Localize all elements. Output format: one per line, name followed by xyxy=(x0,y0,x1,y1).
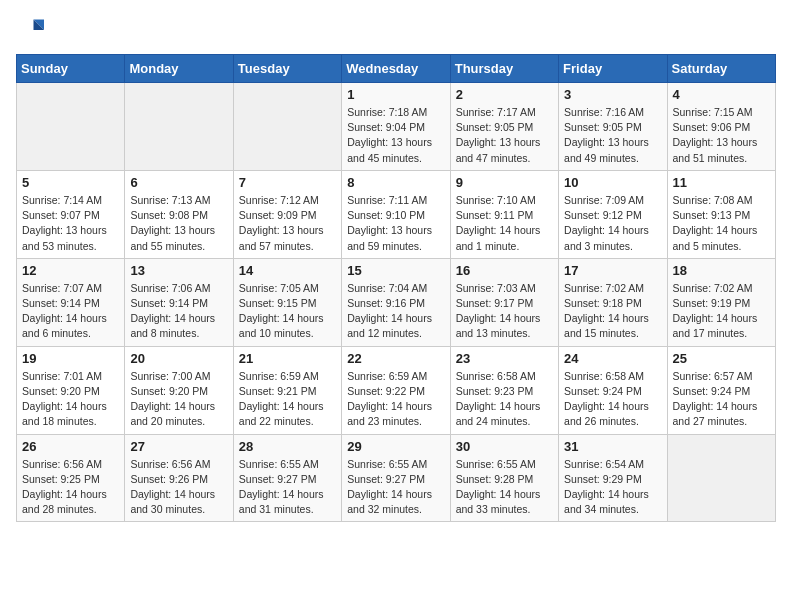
day-number: 25 xyxy=(673,351,770,366)
calendar-day-20: 20Sunrise: 7:00 AM Sunset: 9:20 PM Dayli… xyxy=(125,346,233,434)
calendar-day-14: 14Sunrise: 7:05 AM Sunset: 9:15 PM Dayli… xyxy=(233,258,341,346)
calendar-body: 1Sunrise: 7:18 AM Sunset: 9:04 PM Daylig… xyxy=(17,83,776,522)
day-header-tuesday: Tuesday xyxy=(233,55,341,83)
calendar-empty-cell xyxy=(17,83,125,171)
day-number: 17 xyxy=(564,263,661,278)
day-info: Sunrise: 6:56 AM Sunset: 9:26 PM Dayligh… xyxy=(130,457,227,518)
day-header-thursday: Thursday xyxy=(450,55,558,83)
day-number: 1 xyxy=(347,87,444,102)
day-number: 9 xyxy=(456,175,553,190)
day-info: Sunrise: 7:11 AM Sunset: 9:10 PM Dayligh… xyxy=(347,193,444,254)
day-number: 13 xyxy=(130,263,227,278)
calendar-empty-cell xyxy=(233,83,341,171)
day-header-saturday: Saturday xyxy=(667,55,775,83)
day-number: 15 xyxy=(347,263,444,278)
calendar-day-24: 24Sunrise: 6:58 AM Sunset: 9:24 PM Dayli… xyxy=(559,346,667,434)
day-number: 23 xyxy=(456,351,553,366)
calendar-day-22: 22Sunrise: 6:59 AM Sunset: 9:22 PM Dayli… xyxy=(342,346,450,434)
calendar-day-26: 26Sunrise: 6:56 AM Sunset: 9:25 PM Dayli… xyxy=(17,434,125,522)
calendar-day-8: 8Sunrise: 7:11 AM Sunset: 9:10 PM Daylig… xyxy=(342,170,450,258)
day-info: Sunrise: 7:17 AM Sunset: 9:05 PM Dayligh… xyxy=(456,105,553,166)
day-info: Sunrise: 6:58 AM Sunset: 9:23 PM Dayligh… xyxy=(456,369,553,430)
day-number: 20 xyxy=(130,351,227,366)
calendar-week-5: 26Sunrise: 6:56 AM Sunset: 9:25 PM Dayli… xyxy=(17,434,776,522)
day-info: Sunrise: 6:55 AM Sunset: 9:27 PM Dayligh… xyxy=(347,457,444,518)
calendar-empty-cell xyxy=(667,434,775,522)
calendar-day-21: 21Sunrise: 6:59 AM Sunset: 9:21 PM Dayli… xyxy=(233,346,341,434)
day-info: Sunrise: 7:18 AM Sunset: 9:04 PM Dayligh… xyxy=(347,105,444,166)
day-info: Sunrise: 6:57 AM Sunset: 9:24 PM Dayligh… xyxy=(673,369,770,430)
calendar-week-2: 5Sunrise: 7:14 AM Sunset: 9:07 PM Daylig… xyxy=(17,170,776,258)
day-number: 29 xyxy=(347,439,444,454)
day-number: 11 xyxy=(673,175,770,190)
day-number: 27 xyxy=(130,439,227,454)
day-info: Sunrise: 6:59 AM Sunset: 9:21 PM Dayligh… xyxy=(239,369,336,430)
day-header-wednesday: Wednesday xyxy=(342,55,450,83)
day-number: 16 xyxy=(456,263,553,278)
calendar-day-1: 1Sunrise: 7:18 AM Sunset: 9:04 PM Daylig… xyxy=(342,83,450,171)
page-header xyxy=(16,16,776,44)
logo xyxy=(16,16,48,44)
day-info: Sunrise: 7:14 AM Sunset: 9:07 PM Dayligh… xyxy=(22,193,119,254)
day-number: 2 xyxy=(456,87,553,102)
day-info: Sunrise: 6:58 AM Sunset: 9:24 PM Dayligh… xyxy=(564,369,661,430)
calendar-day-10: 10Sunrise: 7:09 AM Sunset: 9:12 PM Dayli… xyxy=(559,170,667,258)
calendar-week-4: 19Sunrise: 7:01 AM Sunset: 9:20 PM Dayli… xyxy=(17,346,776,434)
day-number: 14 xyxy=(239,263,336,278)
calendar-day-29: 29Sunrise: 6:55 AM Sunset: 9:27 PM Dayli… xyxy=(342,434,450,522)
calendar-day-28: 28Sunrise: 6:55 AM Sunset: 9:27 PM Dayli… xyxy=(233,434,341,522)
calendar-day-3: 3Sunrise: 7:16 AM Sunset: 9:05 PM Daylig… xyxy=(559,83,667,171)
day-number: 6 xyxy=(130,175,227,190)
calendar-day-7: 7Sunrise: 7:12 AM Sunset: 9:09 PM Daylig… xyxy=(233,170,341,258)
day-info: Sunrise: 7:10 AM Sunset: 9:11 PM Dayligh… xyxy=(456,193,553,254)
day-info: Sunrise: 7:06 AM Sunset: 9:14 PM Dayligh… xyxy=(130,281,227,342)
day-info: Sunrise: 7:02 AM Sunset: 9:19 PM Dayligh… xyxy=(673,281,770,342)
day-info: Sunrise: 6:54 AM Sunset: 9:29 PM Dayligh… xyxy=(564,457,661,518)
day-number: 19 xyxy=(22,351,119,366)
calendar-day-19: 19Sunrise: 7:01 AM Sunset: 9:20 PM Dayli… xyxy=(17,346,125,434)
calendar-day-23: 23Sunrise: 6:58 AM Sunset: 9:23 PM Dayli… xyxy=(450,346,558,434)
day-info: Sunrise: 7:00 AM Sunset: 9:20 PM Dayligh… xyxy=(130,369,227,430)
day-number: 7 xyxy=(239,175,336,190)
day-number: 24 xyxy=(564,351,661,366)
day-info: Sunrise: 7:13 AM Sunset: 9:08 PM Dayligh… xyxy=(130,193,227,254)
day-header-sunday: Sunday xyxy=(17,55,125,83)
day-info: Sunrise: 7:07 AM Sunset: 9:14 PM Dayligh… xyxy=(22,281,119,342)
calendar-day-15: 15Sunrise: 7:04 AM Sunset: 9:16 PM Dayli… xyxy=(342,258,450,346)
calendar-day-27: 27Sunrise: 6:56 AM Sunset: 9:26 PM Dayli… xyxy=(125,434,233,522)
day-number: 12 xyxy=(22,263,119,278)
calendar-header-row: SundayMondayTuesdayWednesdayThursdayFrid… xyxy=(17,55,776,83)
day-number: 10 xyxy=(564,175,661,190)
day-number: 8 xyxy=(347,175,444,190)
day-number: 26 xyxy=(22,439,119,454)
day-number: 4 xyxy=(673,87,770,102)
day-info: Sunrise: 6:55 AM Sunset: 9:28 PM Dayligh… xyxy=(456,457,553,518)
day-number: 3 xyxy=(564,87,661,102)
day-number: 31 xyxy=(564,439,661,454)
day-info: Sunrise: 7:05 AM Sunset: 9:15 PM Dayligh… xyxy=(239,281,336,342)
day-info: Sunrise: 7:01 AM Sunset: 9:20 PM Dayligh… xyxy=(22,369,119,430)
day-info: Sunrise: 7:09 AM Sunset: 9:12 PM Dayligh… xyxy=(564,193,661,254)
day-number: 18 xyxy=(673,263,770,278)
day-number: 28 xyxy=(239,439,336,454)
calendar-day-2: 2Sunrise: 7:17 AM Sunset: 9:05 PM Daylig… xyxy=(450,83,558,171)
calendar-day-31: 31Sunrise: 6:54 AM Sunset: 9:29 PM Dayli… xyxy=(559,434,667,522)
day-info: Sunrise: 6:56 AM Sunset: 9:25 PM Dayligh… xyxy=(22,457,119,518)
calendar-table: SundayMondayTuesdayWednesdayThursdayFrid… xyxy=(16,54,776,522)
calendar-day-30: 30Sunrise: 6:55 AM Sunset: 9:28 PM Dayli… xyxy=(450,434,558,522)
calendar-week-1: 1Sunrise: 7:18 AM Sunset: 9:04 PM Daylig… xyxy=(17,83,776,171)
calendar-day-18: 18Sunrise: 7:02 AM Sunset: 9:19 PM Dayli… xyxy=(667,258,775,346)
day-info: Sunrise: 7:08 AM Sunset: 9:13 PM Dayligh… xyxy=(673,193,770,254)
calendar-day-4: 4Sunrise: 7:15 AM Sunset: 9:06 PM Daylig… xyxy=(667,83,775,171)
day-info: Sunrise: 7:04 AM Sunset: 9:16 PM Dayligh… xyxy=(347,281,444,342)
calendar-day-5: 5Sunrise: 7:14 AM Sunset: 9:07 PM Daylig… xyxy=(17,170,125,258)
calendar-day-16: 16Sunrise: 7:03 AM Sunset: 9:17 PM Dayli… xyxy=(450,258,558,346)
day-info: Sunrise: 7:16 AM Sunset: 9:05 PM Dayligh… xyxy=(564,105,661,166)
calendar-day-17: 17Sunrise: 7:02 AM Sunset: 9:18 PM Dayli… xyxy=(559,258,667,346)
calendar-empty-cell xyxy=(125,83,233,171)
day-info: Sunrise: 7:12 AM Sunset: 9:09 PM Dayligh… xyxy=(239,193,336,254)
calendar-week-3: 12Sunrise: 7:07 AM Sunset: 9:14 PM Dayli… xyxy=(17,258,776,346)
calendar-day-6: 6Sunrise: 7:13 AM Sunset: 9:08 PM Daylig… xyxy=(125,170,233,258)
calendar-day-12: 12Sunrise: 7:07 AM Sunset: 9:14 PM Dayli… xyxy=(17,258,125,346)
day-number: 30 xyxy=(456,439,553,454)
